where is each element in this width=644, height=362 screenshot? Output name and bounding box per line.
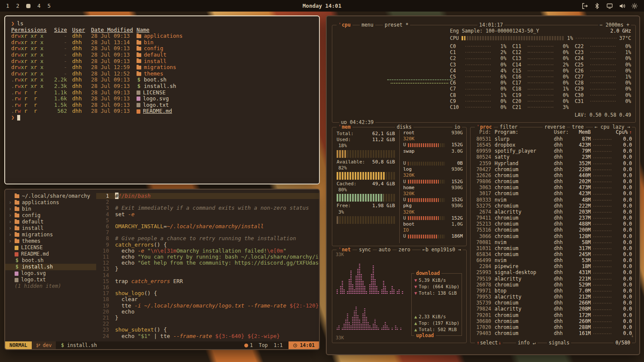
terminal-output[interactable]: ❯lsPermissionsSizeUserDate ModifiedNamed…: [11, 21, 313, 121]
info-action[interactable]: info ↵: [516, 340, 538, 346]
btop-window[interactable]: 'cpu menu preset * 14:01:17 − 2000ms + E…: [326, 15, 640, 355]
disk-row[interactable]: swap3.0G: [403, 148, 463, 154]
process-cpu-percent: 0.0: [613, 142, 632, 148]
tree-item-themes[interactable]: ›themes: [5, 238, 96, 244]
process-row[interactable]: 35739chromiumdhh266M0.0: [474, 300, 632, 306]
signals-action[interactable]: signals: [547, 340, 571, 346]
logout-icon[interactable]: [581, 3, 588, 9]
process-row[interactable]: 75316chromiumdhh200M0.0: [474, 227, 632, 233]
process-cpu-sparkline: [591, 276, 613, 282]
tree-item-install[interactable]: ›install: [5, 225, 96, 232]
net-interface[interactable]: ←b enp191s0 →: [421, 247, 463, 253]
process-name: chromium: [495, 166, 554, 172]
tree-item-logo-svg[interactable]: logo.svg: [5, 270, 96, 277]
process-row[interactable]: 3066chromiumdhh128M0.0: [474, 233, 632, 239]
select-action[interactable]: ↑select↓: [475, 340, 503, 346]
process-row[interactable]: 80524sattydhh23M0.0: [474, 154, 632, 160]
tree-item-migrations[interactable]: ›migrations: [5, 232, 96, 238]
process-row[interactable]: 65834chromiumdhh245M0.0: [474, 251, 632, 257]
net-auto-toggle[interactable]: auto: [377, 247, 392, 253]
process-row[interactable]: 70427chromiumdhh228M0.0: [474, 166, 632, 172]
tree-item-install-sh[interactable]: $install.sh: [5, 264, 96, 270]
io-tab[interactable]: io: [453, 124, 462, 130]
process-row[interactable]: 79953alacrittydhh212M0.0: [474, 294, 632, 300]
process-row[interactable]: 30680chromiumdhh260M0.0: [474, 318, 632, 324]
workspace-switcher: 1245: [6, 3, 51, 9]
process-row[interactable]: 17020chromiumdhh288M0.0: [474, 324, 632, 330]
process-table-header[interactable]: Pid: Program: User: MemB Cpu%↑: [474, 129, 632, 135]
volume-icon[interactable]: [619, 3, 626, 9]
disk-row[interactable]: root930G: [403, 130, 463, 136]
tree-item-applications[interactable]: ›applications: [5, 199, 96, 206]
terminal-window[interactable]: ❯lsPermissionsSizeUserDate ModifiedNamed…: [4, 15, 320, 184]
process-row[interactable]: 3063chromiumdhh473M0.0: [474, 184, 632, 190]
bluetooth-icon[interactable]: [594, 3, 601, 9]
process-row[interactable]: 32626chromiumdhh440M0.0: [474, 172, 632, 178]
code-line: 17show_logo() {: [96, 290, 319, 296]
net-sync-toggle[interactable]: sync: [357, 247, 373, 253]
process-cpu-sparkline: [591, 318, 613, 324]
process-row[interactable]: 80333nvimdhh48M0.0: [474, 197, 632, 203]
process-row[interactable]: 25213chromiumdhh488M0.0: [474, 221, 632, 227]
tree-item-license[interactable]: LICENSE: [5, 244, 96, 251]
scroll-down-icon[interactable]: ↓: [631, 333, 634, 338]
settings-icon[interactable]: [631, 3, 638, 9]
disks-tab[interactable]: disks: [395, 124, 413, 130]
workspace-1[interactable]: 1: [6, 3, 9, 9]
disk-row[interactable]: log930G: [403, 166, 463, 172]
process-row[interactable]: 31031chromiumdhh317M0.0: [474, 245, 632, 251]
disk-row[interactable]: boot1,0G: [403, 221, 463, 227]
process-row[interactable]: 79403chromiumdhh161M0.0: [474, 330, 632, 336]
network-icon[interactable]: [606, 3, 613, 9]
header-cpu[interactable]: Cpu%↑: [613, 129, 632, 135]
process-row[interactable]: 16545dropboxdhh423M0.0: [474, 142, 632, 148]
tree-item--local-share-omarchy[interactable]: ~/.local/share/omarchy: [5, 193, 96, 199]
process-row[interactable]: 70081nvimdhh58M0.0: [474, 239, 632, 245]
code-editor[interactable]: 1#!/bin/bash23# Exit immediately if a co…: [96, 190, 319, 341]
process-row[interactable]: 79411chromiumdhh237M0.0: [474, 215, 632, 221]
process-row[interactable]: 2674alacrittydhh203M0.0: [474, 209, 632, 215]
net-zero-toggle[interactable]: zero: [397, 247, 412, 253]
tree-item--1-hidden-item-[interactable]: (1 hidden item): [5, 283, 96, 290]
cpu-details: Eng Sample: 100-000001243-50_Y 2.0 GHz C…: [450, 28, 631, 118]
process-row[interactable]: 79519alacrittydhh221M0.0: [474, 276, 632, 282]
update-interval-control[interactable]: − 2000ms +: [598, 22, 631, 28]
process-row[interactable]: 79201chromiumdhh172M0.0: [474, 312, 632, 318]
tree-item-readme-md[interactable]: README.md: [5, 251, 96, 257]
menu-button[interactable]: menu: [360, 22, 375, 28]
process-row[interactable]: 69959spotify_playerdhh79M0.0: [474, 148, 632, 154]
process-row[interactable]: 79824alacrittydhh208M0.0: [474, 306, 632, 312]
disk-row[interactable]: pkg930G: [403, 203, 463, 209]
tree-item-boot-sh[interactable]: $boot.sh: [5, 257, 96, 264]
tree-item-logo-txt[interactable]: logo.txt: [5, 277, 96, 283]
process-row[interactable]: 53275chromiumdhh222M0.0: [474, 203, 632, 209]
workspace-5[interactable]: 5: [48, 3, 51, 9]
process-list[interactable]: 80531slurpdhh87M0.016545dropboxdhh423M0.…: [474, 136, 632, 340]
header-program[interactable]: Program:: [495, 129, 554, 135]
net-graph-bar: [390, 291, 391, 294]
tree-item-config[interactable]: ›config: [5, 212, 96, 219]
process-row[interactable]: 66499nvimdhh53M0.0: [474, 257, 632, 263]
preset-button[interactable]: preset *: [383, 22, 410, 28]
process-row[interactable]: 79806chromiumdhh202M0.0: [474, 178, 632, 184]
tree-item-default[interactable]: ›default: [5, 219, 96, 225]
process-row[interactable]: 2359Hyprlanddhh352M0.0: [474, 160, 632, 166]
process-row[interactable]: 2284pipewiredhh18M0.0: [474, 263, 632, 269]
file-size: -: [51, 45, 67, 52]
process-row[interactable]: 79971btopdhh7.0M0.0: [474, 288, 632, 294]
process-row[interactable]: 26078chromiumdhh529M0.0: [474, 282, 632, 288]
workspace-2[interactable]: 2: [16, 3, 20, 9]
header-user[interactable]: User:: [554, 129, 572, 135]
workspace-4[interactable]: 4: [37, 3, 41, 9]
tree-item-bin[interactable]: ›bin: [5, 206, 96, 212]
header-memory[interactable]: MemB: [572, 129, 591, 135]
disk-row[interactable]: home930G: [403, 185, 463, 191]
process-row[interactable]: 25993signal-desktopdhh431M0.0: [474, 269, 632, 275]
process-row[interactable]: 80531slurpdhh87M0.0: [474, 136, 632, 142]
editor-window[interactable]: ~/.local/share/omarchy›applications›bin›…: [4, 189, 320, 350]
header-pid[interactable]: Pid:: [474, 129, 495, 135]
process-name: chromium: [495, 330, 554, 336]
process-row[interactable]: 3017chromiumdhh423M0.0: [474, 190, 632, 196]
tree-item-label: install.sh: [22, 264, 53, 270]
workspace-app-icon[interactable]: [26, 4, 30, 8]
